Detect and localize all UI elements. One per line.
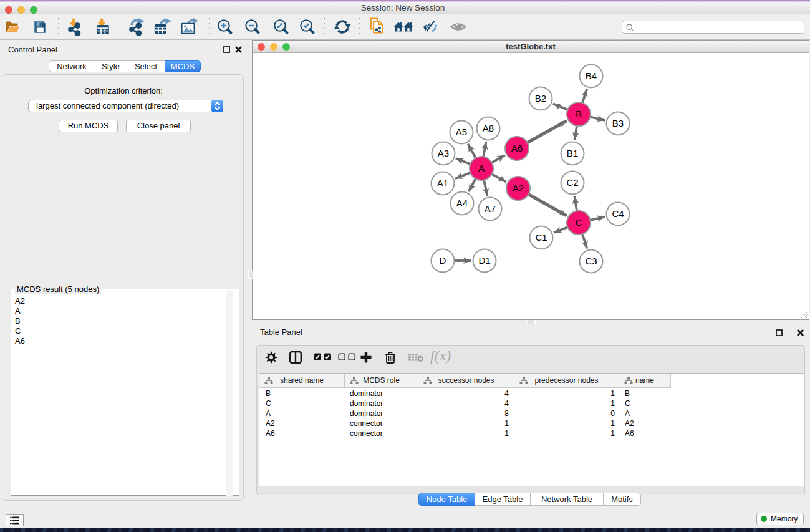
svg-text:A5: A5	[456, 127, 467, 137]
svg-text:A3: A3	[438, 148, 449, 158]
svg-text:B1: B1	[567, 148, 578, 158]
svg-text:B2: B2	[535, 93, 546, 104]
svg-text:B: B	[576, 109, 582, 119]
svg-text:A8: A8	[483, 123, 494, 133]
svg-text:C1: C1	[535, 232, 547, 243]
svg-text:C4: C4	[612, 208, 624, 219]
svg-text:A6: A6	[511, 143, 523, 153]
svg-text:A2: A2	[513, 183, 524, 193]
svg-text:D1: D1	[478, 255, 490, 266]
svg-text:C3: C3	[585, 256, 597, 266]
svg-text:C2: C2	[566, 177, 578, 188]
svg-text:A4: A4	[456, 198, 468, 208]
svg-text:A: A	[478, 163, 485, 173]
svg-text:A7: A7	[485, 203, 496, 214]
svg-text:C: C	[576, 217, 582, 228]
svg-text:D: D	[440, 255, 446, 266]
svg-text:A1: A1	[437, 178, 448, 188]
svg-text:B3: B3	[612, 118, 624, 128]
svg-text:B4: B4	[586, 70, 597, 81]
